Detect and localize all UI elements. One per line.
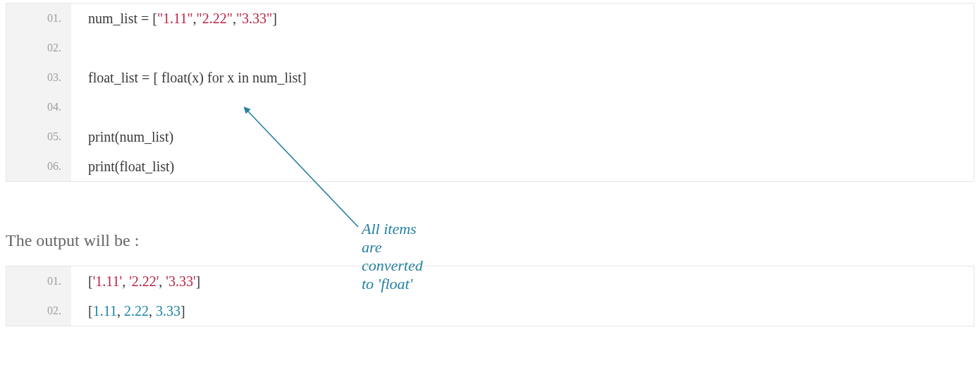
code-block-1: 01. num_list = ["1.11","2.22","3.33"] 02… bbox=[6, 3, 974, 182]
code-line: ['1.11', '2.22', '3.33'] bbox=[71, 273, 200, 290]
code-row: 06. print(float_list) bbox=[6, 152, 974, 181]
line-number: 01. bbox=[6, 4, 71, 33]
code-row: 02. [1.11, 2.22, 3.33] bbox=[6, 296, 974, 326]
output-heading: The output will be : bbox=[6, 231, 974, 250]
code-line: print(num_list) bbox=[71, 129, 173, 145]
code-row: 02. bbox=[6, 33, 974, 63]
line-number: 05. bbox=[6, 122, 71, 152]
code-row: 01. num_list = ["1.11","2.22","3.33"] bbox=[6, 4, 974, 33]
code-row: 04. bbox=[6, 92, 974, 122]
code-line: print(float_list) bbox=[71, 159, 174, 175]
code-line: float_list = [ float(x) for x in num_lis… bbox=[71, 70, 307, 86]
line-number: 01. bbox=[6, 266, 71, 296]
line-number: 03. bbox=[6, 63, 71, 92]
code-row: 05. print(num_list) bbox=[6, 122, 974, 152]
line-number: 02. bbox=[6, 33, 71, 63]
code-line: num_list = ["1.11","2.22","3.33"] bbox=[71, 11, 277, 27]
code-row: 03. float_list = [ float(x) for x in num… bbox=[6, 63, 974, 92]
line-number: 04. bbox=[6, 92, 71, 122]
code-row: 01. ['1.11', '2.22', '3.33'] bbox=[6, 266, 974, 296]
code-block-2: 01. ['1.11', '2.22', '3.33'] 02. [1.11, … bbox=[6, 266, 974, 326]
line-number: 02. bbox=[6, 296, 71, 326]
line-number: 06. bbox=[6, 152, 71, 181]
code-line: [1.11, 2.22, 3.33] bbox=[71, 303, 185, 319]
